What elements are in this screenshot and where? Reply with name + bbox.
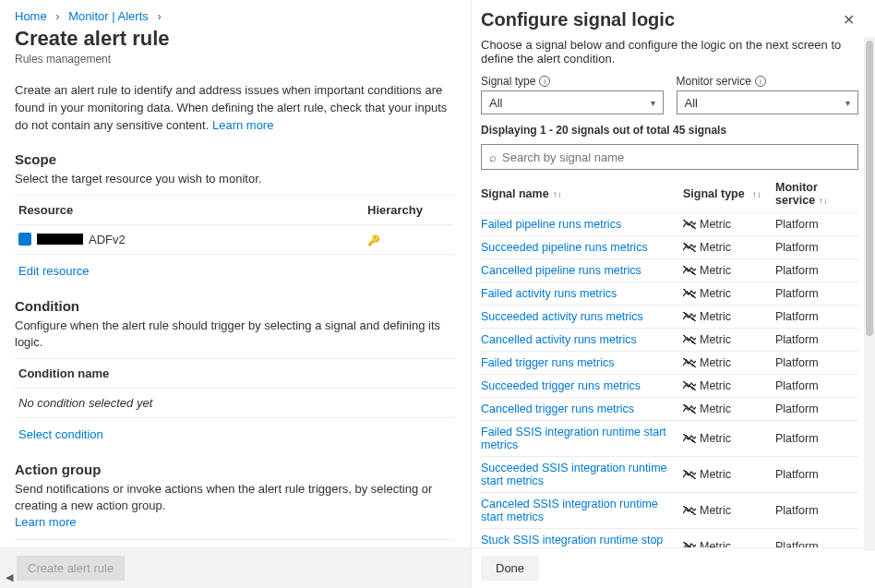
resource-name: ADFv2 (89, 233, 126, 246)
signal-type-value: Metric (700, 310, 731, 323)
edit-resource-link[interactable]: Edit resource (18, 264, 90, 278)
signal-link[interactable]: Cancelled pipeline runs metrics (481, 264, 641, 277)
monitor-service-value: Platform (775, 241, 858, 254)
action-group-learn-more[interactable]: Learn more (15, 514, 454, 531)
signal-table-header: Signal name↑↓ Signal type↑↓ Monitor serv… (481, 175, 858, 213)
scope-desc: Select the target resource you wish to m… (15, 171, 454, 187)
monitor-service-value: All (685, 96, 698, 110)
condition-table: Condition name No condition selected yet (15, 358, 454, 418)
signal-row: Stuck SSIS integration runtime stop metr… (481, 529, 858, 547)
signal-type-value: Metric (700, 540, 731, 547)
signal-link[interactable]: Succeeded trigger runs metrics (481, 379, 641, 392)
metric-icon (683, 542, 696, 547)
condition-desc: Configure when the alert rule should tri… (15, 318, 454, 351)
chevron-down-icon: ▾ (845, 98, 850, 108)
monitor-service-value: Platform (775, 333, 858, 346)
chevron-down-icon: ▾ (651, 98, 655, 108)
signal-link[interactable]: Failed SSIS integration runtime start me… (481, 426, 666, 451)
signal-link[interactable]: Cancelled trigger runs metrics (481, 402, 634, 415)
signal-link[interactable]: Failed trigger runs metrics (481, 356, 615, 369)
metric-icon (683, 289, 696, 298)
bottom-bar: Create alert rule (0, 547, 471, 588)
resource-icon (18, 233, 31, 246)
panel-footer: Done (472, 547, 875, 588)
scrollbar[interactable] (864, 37, 875, 551)
action-group-desc-text: Send notifications or invoke actions whe… (15, 482, 432, 512)
close-icon[interactable]: ✕ (839, 9, 858, 30)
signal-type-value: Metric (700, 218, 731, 231)
select-condition-link[interactable]: Select condition (18, 427, 103, 441)
signal-link[interactable]: Canceled SSIS integration runtime start … (481, 498, 658, 523)
signal-search[interactable]: ⌕ (481, 144, 858, 170)
collapse-handle-icon[interactable]: ◀ (6, 571, 18, 584)
signal-type-value: Metric (700, 379, 731, 392)
signal-type-label-text: Signal type (481, 75, 535, 88)
signal-link[interactable]: Succeeded pipeline runs metrics (481, 241, 648, 254)
signal-link[interactable]: Stuck SSIS integration runtime stop metr… (481, 534, 663, 547)
panel-body: Choose a signal below and configure the … (472, 36, 875, 547)
signal-type-value: Metric (700, 402, 731, 415)
col-monitor-service-text: Monitor service (775, 181, 818, 207)
signal-link[interactable]: Succeeded activity runs metrics (481, 310, 643, 323)
learn-more-link[interactable]: Learn more (212, 118, 273, 132)
signal-type-label: Signal type i (481, 75, 664, 88)
info-icon[interactable]: i (539, 76, 550, 87)
col-signal-name[interactable]: Signal name↑↓ (481, 187, 683, 200)
breadcrumb-home[interactable]: Home (15, 9, 47, 23)
chevron-right-icon (151, 9, 166, 23)
signal-type-value: Metric (700, 333, 731, 346)
action-group-title: Action group (15, 462, 454, 477)
signal-type-value: Metric (700, 432, 731, 445)
monitor-service-dropdown[interactable]: All ▾ (677, 90, 859, 114)
signal-row: Succeeded SSIS integration runtime start… (481, 457, 858, 493)
key-icon (367, 233, 377, 246)
search-icon: ⌕ (489, 150, 497, 164)
breadcrumb-monitor[interactable]: Monitor | Alerts (68, 9, 148, 23)
monitor-service-value: Platform (775, 432, 858, 445)
signal-row: Failed activity runs metricsMetricPlatfo… (481, 282, 858, 306)
signal-table: Signal name↑↓ Signal type↑↓ Monitor serv… (481, 175, 858, 547)
info-icon[interactable]: i (755, 76, 766, 87)
create-alert-rule-button[interactable]: Create alert rule (17, 556, 125, 581)
col-monitor-service[interactable]: Monitor service↑↓ (775, 181, 858, 207)
signal-search-input[interactable] (502, 150, 850, 164)
action-group-desc: Send notifications or invoke actions whe… (15, 481, 454, 532)
metric-icon (683, 434, 696, 443)
page-subtitle: Rules management (15, 53, 454, 66)
signal-row: Succeeded activity runs metricsMetricPla… (481, 306, 858, 329)
scope-row: ADFv2 (15, 225, 454, 255)
signal-row: Failed trigger runs metricsMetricPlatfor… (481, 352, 858, 375)
signal-link[interactable]: Cancelled activity runs metrics (481, 333, 637, 346)
col-signal-type[interactable]: Signal type↑↓ (683, 187, 775, 200)
signal-row: Canceled SSIS integration runtime start … (481, 493, 858, 529)
metric-icon (683, 404, 696, 414)
signal-row: Failed pipeline runs metricsMetricPlatfo… (481, 213, 858, 236)
col-signal-name-text: Signal name (481, 187, 549, 200)
main-content: Home Monitor | Alerts Create alert rule … (0, 0, 471, 588)
monitor-service-value: Platform (775, 379, 858, 392)
signal-count: Displaying 1 - 20 signals out of total 4… (481, 124, 858, 137)
scope-header-row: Resource Hierarchy (15, 196, 454, 225)
monitor-service-label-text: Monitor service (677, 75, 751, 88)
signal-type-value: Metric (700, 468, 731, 481)
condition-row: No condition selected yet (15, 389, 454, 418)
metric-icon (683, 266, 696, 275)
redacted-text (37, 234, 83, 245)
page-title: Create alert rule (15, 27, 454, 51)
signal-row: Cancelled pipeline runs metricsMetricPla… (481, 259, 858, 282)
monitor-service-label: Monitor service i (677, 75, 859, 88)
signal-link[interactable]: Failed activity runs metrics (481, 287, 617, 300)
monitor-service-value: Platform (775, 218, 858, 231)
condition-col-name: Condition name (18, 366, 450, 380)
signal-type-dropdown[interactable]: All ▾ (481, 90, 664, 114)
signal-type-value: Metric (700, 241, 731, 254)
metric-icon (683, 358, 696, 367)
signal-type-value: Metric (700, 264, 731, 277)
signal-row: Cancelled trigger runs metricsMetricPlat… (481, 398, 858, 421)
chevron-right-icon (50, 9, 65, 23)
signal-link[interactable]: Failed pipeline runs metrics (481, 218, 621, 231)
signal-link[interactable]: Succeeded SSIS integration runtime start… (481, 462, 667, 487)
monitor-service-value: Platform (775, 287, 858, 300)
done-button[interactable]: Done (481, 556, 539, 581)
signal-type-value: Metric (700, 504, 731, 517)
